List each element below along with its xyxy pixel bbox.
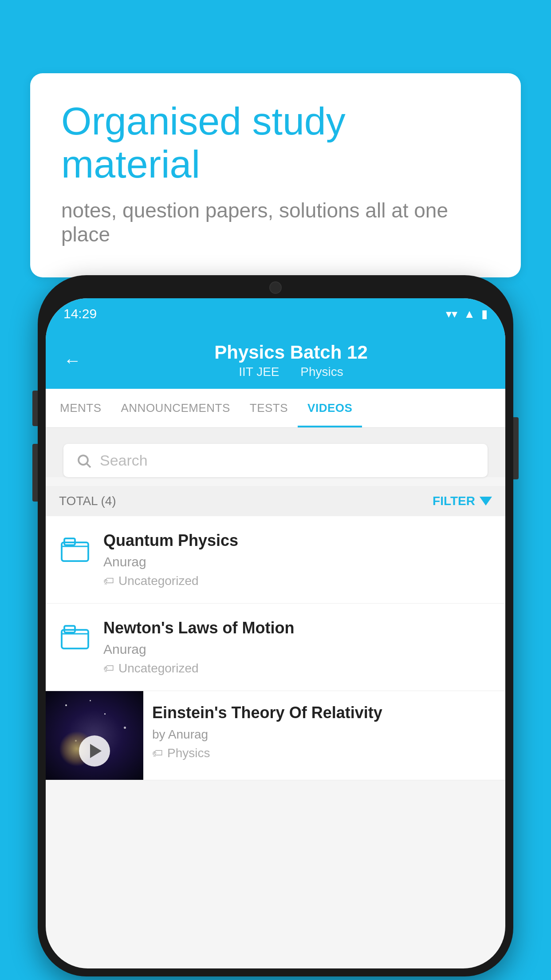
tab-videos[interactable]: VIDEOS [298,389,362,427]
folder-icon-1 [59,533,91,567]
video-list: Quantum Physics Anurag 🏷 Uncategorized [46,516,505,780]
back-button[interactable]: ← [63,351,81,371]
status-time: 14:29 [63,306,97,321]
video-title-1: Quantum Physics [103,531,492,550]
filter-label: FILTER [433,494,475,508]
tag-icon-1: 🏷 [103,575,114,587]
video-item-3[interactable]: Einstein's Theory Of Relativity by Anura… [46,691,505,780]
tag-icon-2: 🏷 [103,662,114,675]
tag-text-1: Uncategorized [118,574,199,588]
status-icons: ▾▾ ▲ ▮ [446,307,488,321]
speech-bubble: Organised study material notes, question… [30,73,521,277]
video-author-1: Anurag [103,554,492,569]
video-item-2[interactable]: Newton's Laws of Motion Anurag 🏷 Uncateg… [46,604,505,691]
tab-announcements[interactable]: ANNOUNCEMENTS [111,389,240,427]
svg-line-1 [87,463,91,467]
tag-text-3: Physics [167,746,210,760]
app-header: ← Physics Batch 12 IIT JEE Physics [46,329,505,389]
header-subtitle-part2: Physics [300,365,343,379]
bubble-subtitle: notes, question papers, solutions all at… [61,198,490,246]
video-info-1: Quantum Physics Anurag 🏷 Uncategorized [103,531,492,588]
video-tag-3: 🏷 Physics [152,746,496,760]
video-item-1[interactable]: Quantum Physics Anurag 🏷 Uncategorized [46,516,505,604]
phone-frame: 14:29 ▾▾ ▲ ▮ ← Physics Batch 12 IIT JEE … [38,275,513,976]
tag-text-2: Uncategorized [118,661,199,676]
wifi-icon: ▾▾ [446,307,457,321]
header-subtitle-part1: IIT JEE [239,365,279,379]
search-icon [76,453,92,469]
total-count: TOTAL (4) [59,494,116,508]
header-text: Physics Batch 12 IIT JEE Physics [94,342,488,379]
filter-bar: TOTAL (4) FILTER [46,486,505,516]
svg-point-0 [79,455,88,465]
filter-button[interactable]: FILTER [433,494,492,508]
tabs-bar: MENTS ANNOUNCEMENTS TESTS VIDEOS [46,389,505,428]
video-title-3: Einstein's Theory Of Relativity [152,703,496,722]
video-author-2: Anurag [103,642,492,657]
folder-icon-2 [59,620,91,654]
filter-funnel-icon [480,497,492,506]
search-bar[interactable]: Search [63,444,488,477]
video-tag-2: 🏷 Uncategorized [103,661,492,676]
video-author-3: by Anurag [152,727,496,742]
tag-icon-3: 🏷 [152,747,163,759]
phone-button-right [513,417,519,479]
video-thumbnail-3 [46,691,143,780]
search-input[interactable]: Search [100,452,148,469]
play-button-3[interactable] [79,735,110,767]
status-bar: 14:29 ▾▾ ▲ ▮ [46,298,505,329]
phone-button-left [32,391,38,426]
video-info-3: Einstein's Theory Of Relativity by Anura… [143,691,505,769]
phone-screen: 14:29 ▾▾ ▲ ▮ ← Physics Batch 12 IIT JEE … [46,298,505,968]
phone-button-left2 [32,444,38,502]
bubble-title: Organised study material [61,100,490,186]
video-tag-1: 🏷 Uncategorized [103,574,492,588]
phone-camera [269,281,282,294]
phone-notch [227,275,324,298]
battery-icon: ▮ [481,307,488,321]
video-info-2: Newton's Laws of Motion Anurag 🏷 Uncateg… [103,619,492,676]
signal-icon: ▲ [464,307,475,321]
header-title: Physics Batch 12 [94,342,488,363]
video-title-2: Newton's Laws of Motion [103,619,492,637]
header-subtitle: IIT JEE Physics [94,365,488,379]
tab-tests[interactable]: TESTS [240,389,298,427]
tab-ments[interactable]: MENTS [50,389,111,427]
